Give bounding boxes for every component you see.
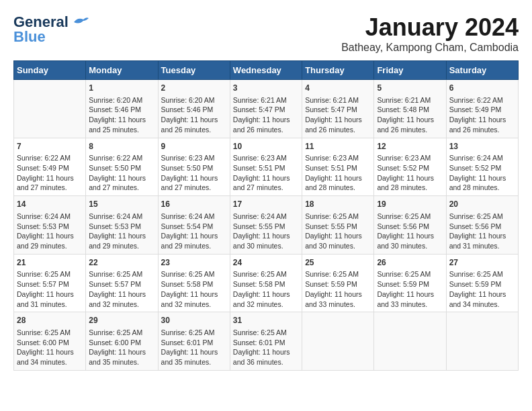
- day-number: 14: [17, 199, 83, 210]
- day-number: 21: [17, 257, 83, 269]
- day-content: Sunrise: 6:25 AMSunset: 6:01 PMDaylight:…: [161, 328, 227, 367]
- calendar-day-cell: 12Sunrise: 6:23 AMSunset: 5:52 PMDayligh…: [374, 138, 446, 196]
- calendar-day-cell: 23Sunrise: 6:25 AMSunset: 5:58 PMDayligh…: [158, 254, 230, 312]
- day-content: Sunrise: 6:25 AMSunset: 5:59 PMDaylight:…: [305, 269, 371, 309]
- calendar-day-cell: 1Sunrise: 6:20 AMSunset: 5:46 PMDaylight…: [86, 80, 158, 138]
- day-content: Sunrise: 6:25 AMSunset: 5:57 PMDaylight:…: [89, 269, 154, 309]
- day-content: Sunrise: 6:21 AMSunset: 5:47 PMDaylight:…: [233, 95, 299, 135]
- day-content: Sunrise: 6:24 AMSunset: 5:55 PMDaylight:…: [233, 212, 299, 251]
- calendar-day-cell: 22Sunrise: 6:25 AMSunset: 5:57 PMDayligh…: [86, 254, 158, 312]
- calendar-day-cell: 13Sunrise: 6:24 AMSunset: 5:52 PMDayligh…: [446, 138, 518, 196]
- day-content: Sunrise: 6:23 AMSunset: 5:52 PMDaylight:…: [377, 153, 443, 193]
- day-number: 10: [233, 141, 299, 152]
- day-number: 6: [449, 83, 515, 94]
- calendar-day-cell: 27Sunrise: 6:25 AMSunset: 5:59 PMDayligh…: [446, 254, 518, 312]
- day-content: Sunrise: 6:25 AMSunset: 5:59 PMDaylight:…: [377, 269, 443, 309]
- calendar-day-header: Tuesday: [158, 61, 230, 80]
- title-area: January 2024 Batheay, Kampong Cham, Camb…: [341, 13, 519, 54]
- day-content: Sunrise: 6:20 AMSunset: 5:46 PMDaylight:…: [89, 95, 154, 135]
- calendar-day-cell: [302, 312, 374, 371]
- day-number: 23: [161, 257, 227, 269]
- calendar-week-row: 7Sunrise: 6:22 AMSunset: 5:49 PMDaylight…: [14, 138, 519, 196]
- day-number: 7: [17, 141, 83, 152]
- calendar-day-cell: [446, 312, 518, 371]
- logo: General Blue: [13, 13, 90, 46]
- calendar-day-header: Thursday: [302, 61, 374, 80]
- day-content: Sunrise: 6:20 AMSunset: 5:46 PMDaylight:…: [161, 95, 227, 135]
- day-number: 1: [89, 83, 154, 94]
- day-content: Sunrise: 6:25 AMSunset: 5:58 PMDaylight:…: [233, 269, 299, 309]
- day-number: 25: [305, 257, 371, 269]
- calendar-day-cell: [14, 80, 86, 138]
- day-content: Sunrise: 6:25 AMSunset: 5:56 PMDaylight:…: [449, 212, 515, 251]
- day-number: 16: [161, 199, 227, 210]
- calendar-day-cell: 6Sunrise: 6:22 AMSunset: 5:49 PMDaylight…: [446, 80, 518, 138]
- day-number: 17: [233, 199, 299, 210]
- calendar-day-header: Friday: [374, 61, 446, 80]
- calendar-week-row: 1Sunrise: 6:20 AMSunset: 5:46 PMDaylight…: [14, 80, 519, 138]
- calendar-day-cell: 25Sunrise: 6:25 AMSunset: 5:59 PMDayligh…: [302, 254, 374, 312]
- calendar-header-row: SundayMondayTuesdayWednesdayThursdayFrid…: [14, 61, 519, 80]
- day-number: 31: [233, 315, 299, 326]
- calendar-day-cell: [374, 312, 446, 371]
- calendar-day-cell: 7Sunrise: 6:22 AMSunset: 5:49 PMDaylight…: [14, 138, 86, 196]
- calendar-day-cell: 15Sunrise: 6:24 AMSunset: 5:53 PMDayligh…: [86, 196, 158, 255]
- day-number: 30: [161, 315, 227, 326]
- location-subtitle: Batheay, Kampong Cham, Cambodia: [341, 42, 519, 54]
- day-content: Sunrise: 6:21 AMSunset: 5:47 PMDaylight:…: [305, 95, 371, 135]
- day-content: Sunrise: 6:25 AMSunset: 5:57 PMDaylight:…: [17, 269, 83, 309]
- calendar-day-cell: 14Sunrise: 6:24 AMSunset: 5:53 PMDayligh…: [14, 196, 86, 255]
- calendar-day-cell: 30Sunrise: 6:25 AMSunset: 6:01 PMDayligh…: [158, 312, 230, 371]
- month-title: January 2024: [341, 13, 519, 42]
- calendar-day-cell: 5Sunrise: 6:21 AMSunset: 5:48 PMDaylight…: [374, 80, 446, 138]
- day-number: 26: [377, 257, 443, 269]
- calendar-day-cell: 9Sunrise: 6:23 AMSunset: 5:50 PMDaylight…: [158, 138, 230, 196]
- calendar-day-cell: 17Sunrise: 6:24 AMSunset: 5:55 PMDayligh…: [230, 196, 302, 255]
- day-content: Sunrise: 6:23 AMSunset: 5:50 PMDaylight:…: [161, 153, 227, 193]
- calendar-day-cell: 19Sunrise: 6:25 AMSunset: 5:56 PMDayligh…: [374, 196, 446, 255]
- calendar-week-row: 28Sunrise: 6:25 AMSunset: 6:00 PMDayligh…: [14, 312, 519, 371]
- day-number: 4: [305, 83, 371, 94]
- calendar-day-header: Sunday: [14, 61, 86, 80]
- page-header: General Blue January 2024 Batheay, Kampo…: [13, 13, 519, 54]
- calendar-day-cell: 24Sunrise: 6:25 AMSunset: 5:58 PMDayligh…: [230, 254, 302, 312]
- day-content: Sunrise: 6:25 AMSunset: 5:56 PMDaylight:…: [377, 212, 443, 251]
- day-content: Sunrise: 6:21 AMSunset: 5:48 PMDaylight:…: [377, 95, 443, 135]
- day-number: 22: [89, 257, 154, 269]
- day-number: 8: [89, 141, 154, 152]
- calendar-week-row: 14Sunrise: 6:24 AMSunset: 5:53 PMDayligh…: [14, 196, 519, 255]
- day-number: 24: [233, 257, 299, 269]
- day-content: Sunrise: 6:25 AMSunset: 5:59 PMDaylight:…: [449, 269, 515, 309]
- day-content: Sunrise: 6:23 AMSunset: 5:51 PMDaylight:…: [305, 153, 371, 193]
- day-number: 29: [89, 315, 154, 326]
- day-number: 2: [161, 83, 227, 94]
- calendar-table: SundayMondayTuesdayWednesdayThursdayFrid…: [13, 60, 519, 371]
- day-number: 5: [377, 83, 443, 94]
- day-content: Sunrise: 6:25 AMSunset: 6:00 PMDaylight:…: [89, 328, 154, 367]
- calendar-day-cell: 28Sunrise: 6:25 AMSunset: 6:00 PMDayligh…: [14, 312, 86, 371]
- calendar-day-cell: 21Sunrise: 6:25 AMSunset: 5:57 PMDayligh…: [14, 254, 86, 312]
- day-number: 27: [449, 257, 515, 269]
- calendar-day-cell: 18Sunrise: 6:25 AMSunset: 5:55 PMDayligh…: [302, 196, 374, 255]
- calendar-day-header: Monday: [86, 61, 158, 80]
- day-number: 18: [305, 199, 371, 210]
- day-content: Sunrise: 6:25 AMSunset: 6:00 PMDaylight:…: [17, 328, 83, 367]
- day-number: 20: [449, 199, 515, 210]
- calendar-day-cell: 26Sunrise: 6:25 AMSunset: 5:59 PMDayligh…: [374, 254, 446, 312]
- calendar-week-row: 21Sunrise: 6:25 AMSunset: 5:57 PMDayligh…: [14, 254, 519, 312]
- calendar-day-header: Saturday: [446, 61, 518, 80]
- day-number: 13: [449, 141, 515, 152]
- calendar-day-cell: 20Sunrise: 6:25 AMSunset: 5:56 PMDayligh…: [446, 196, 518, 255]
- calendar-day-cell: 8Sunrise: 6:22 AMSunset: 5:50 PMDaylight…: [86, 138, 158, 196]
- day-number: 28: [17, 315, 83, 326]
- logo-bird-icon: [71, 15, 90, 29]
- day-number: 3: [233, 83, 299, 94]
- calendar-day-cell: 29Sunrise: 6:25 AMSunset: 6:00 PMDayligh…: [86, 312, 158, 371]
- calendar-day-cell: 2Sunrise: 6:20 AMSunset: 5:46 PMDaylight…: [158, 80, 230, 138]
- day-number: 9: [161, 141, 227, 152]
- calendar-day-cell: 16Sunrise: 6:24 AMSunset: 5:54 PMDayligh…: [158, 196, 230, 255]
- day-content: Sunrise: 6:22 AMSunset: 5:49 PMDaylight:…: [449, 95, 515, 135]
- day-number: 19: [377, 199, 443, 210]
- day-content: Sunrise: 6:24 AMSunset: 5:53 PMDaylight:…: [17, 212, 83, 251]
- day-number: 12: [377, 141, 443, 152]
